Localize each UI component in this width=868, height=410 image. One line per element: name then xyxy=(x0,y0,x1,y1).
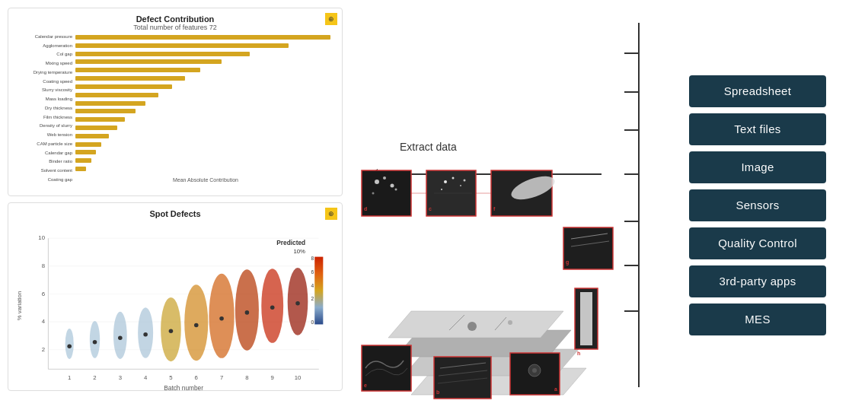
svg-text:10: 10 xyxy=(38,234,45,241)
third-party-apps-label: 3rd-party apps xyxy=(720,275,796,288)
svg-point-56 xyxy=(468,322,477,331)
x-axis-label: Mean Absolute Contribution xyxy=(75,177,336,183)
svg-text:% variation: % variation xyxy=(16,291,23,320)
svg-point-26 xyxy=(143,332,148,337)
svg-text:8: 8 xyxy=(311,256,314,261)
svg-point-27 xyxy=(169,329,174,334)
svg-point-30 xyxy=(245,310,250,315)
svg-text:6: 6 xyxy=(311,269,314,275)
svg-point-62 xyxy=(383,176,386,180)
bar-label: Dry thickness xyxy=(14,106,72,111)
quality-control-label: Quality Control xyxy=(718,237,797,249)
svg-point-29 xyxy=(219,316,224,321)
bar-label: Drying temperature xyxy=(14,70,72,75)
svg-text:c: c xyxy=(429,206,432,211)
svg-point-65 xyxy=(395,189,397,191)
svg-text:d: d xyxy=(364,206,367,211)
third-party-apps-button[interactable]: 3rd-party apps xyxy=(689,265,826,297)
svg-point-61 xyxy=(375,180,379,184)
svg-point-14 xyxy=(90,321,100,358)
svg-point-69 xyxy=(452,177,455,180)
tick-6 xyxy=(624,265,640,266)
svg-point-25 xyxy=(118,335,123,340)
bar-label: CAM particle size xyxy=(14,141,72,147)
bar-label: Agglomeration xyxy=(14,43,72,49)
bar-label: Mixing speed xyxy=(14,61,72,66)
svg-text:4: 4 xyxy=(311,283,314,288)
svg-text:a: a xyxy=(554,386,557,392)
svg-text:2: 2 xyxy=(42,346,45,353)
svg-text:0: 0 xyxy=(311,319,314,325)
svg-rect-46 xyxy=(314,257,323,325)
defect-chart-subtitle: Total number of features 72 xyxy=(14,24,336,31)
main-container: Defect Contribution Total number of feat… xyxy=(0,0,868,410)
bar-chart-area: Calendar pressure Agglomeration Col gap … xyxy=(14,34,336,183)
bar-label: Coating gap xyxy=(14,177,72,183)
svg-point-70 xyxy=(460,185,461,186)
bar-label: Slurry viscosity xyxy=(14,87,72,93)
svg-point-71 xyxy=(441,189,442,190)
svg-text:Batch number: Batch number xyxy=(164,384,203,392)
svg-text:Predicted: Predicted xyxy=(276,239,305,246)
svg-point-68 xyxy=(444,180,447,183)
svg-text:10%: 10% xyxy=(293,248,305,255)
violin-chart-svg: % variation 10 8 6 4 2 xyxy=(14,218,336,393)
tick-4 xyxy=(624,173,640,175)
svg-point-15 xyxy=(113,312,127,359)
svg-text:5: 5 xyxy=(169,374,172,381)
bar-labels: Calendar pressure Agglomeration Col gap … xyxy=(14,34,75,183)
bar-label: Binder ratio xyxy=(14,159,72,164)
spot-defects-expand-btn[interactable]: ⊕ xyxy=(325,208,337,220)
svg-text:h: h xyxy=(577,351,580,356)
svg-point-19 xyxy=(209,274,234,358)
defect-chart-expand-btn[interactable]: ⊕ xyxy=(325,13,337,25)
sensors-button[interactable]: Sensors xyxy=(689,189,826,221)
svg-point-32 xyxy=(295,301,300,306)
svg-text:4: 4 xyxy=(42,318,46,325)
connector-line xyxy=(638,23,640,387)
svg-point-72 xyxy=(464,180,466,182)
text-files-label: Text files xyxy=(734,122,780,135)
tick-5 xyxy=(624,221,640,222)
image-collage-svg: d c f g h e xyxy=(358,167,617,402)
bar-label: Calendar gap xyxy=(14,151,72,156)
bar-label: Solvent content xyxy=(14,168,72,173)
image-button[interactable]: Image xyxy=(689,151,826,183)
defect-chart-title: Defect Contribution xyxy=(14,14,336,24)
svg-point-31 xyxy=(270,305,275,310)
sensors-label: Sensors xyxy=(736,199,779,211)
svg-text:b: b xyxy=(436,389,439,395)
tick-3 xyxy=(624,129,640,131)
svg-text:g: g xyxy=(566,259,569,265)
svg-text:3: 3 xyxy=(119,374,122,381)
svg-rect-85 xyxy=(362,345,411,391)
quality-control-button[interactable]: Quality Control xyxy=(689,227,826,259)
mes-label: MES xyxy=(745,313,770,326)
mes-button[interactable]: MES xyxy=(689,304,826,335)
bar-label: Web tension xyxy=(14,132,72,138)
spot-defects-chart: Spot Defects ⊕ % variation 10 8 6 4 2 xyxy=(8,202,343,391)
image-label: Image xyxy=(741,161,774,173)
spreadsheet-label: Spreadsheet xyxy=(724,84,791,97)
svg-text:8: 8 xyxy=(42,262,45,269)
svg-text:10: 10 xyxy=(295,374,302,381)
bar-label: Coating speed xyxy=(14,79,72,84)
svg-rect-83 xyxy=(580,292,592,345)
bar-label: Density of slurry xyxy=(14,123,72,129)
svg-text:6: 6 xyxy=(42,291,45,297)
svg-text:2: 2 xyxy=(93,374,96,381)
tick-1 xyxy=(624,52,640,54)
spreadsheet-button[interactable]: Spreadsheet xyxy=(689,75,826,107)
bar-label: Calendar pressure xyxy=(14,34,72,40)
text-files-button[interactable]: Text files xyxy=(689,113,826,145)
bar-label: Film thickness xyxy=(14,115,72,120)
extract-data-label: Extract data xyxy=(400,141,457,153)
bar-chart-content: Mean Absolute Contribution xyxy=(75,34,336,183)
svg-point-63 xyxy=(391,184,394,188)
bar-label: Mass loading xyxy=(14,97,72,102)
svg-point-13 xyxy=(65,329,74,359)
spot-defects-title: Spot Defects xyxy=(14,209,336,218)
svg-point-18 xyxy=(184,284,208,361)
svg-point-24 xyxy=(93,340,97,345)
svg-text:9: 9 xyxy=(271,374,274,381)
